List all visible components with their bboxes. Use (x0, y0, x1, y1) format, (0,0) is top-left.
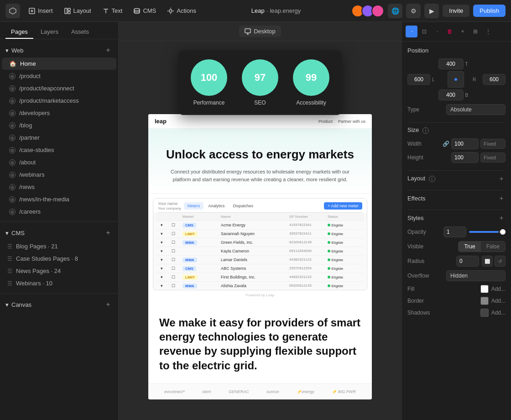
cms-item-webinars[interactable]: ☰ Webinars · 10 (0, 277, 118, 289)
tool-columns[interactable]: ⋮ (482, 26, 494, 37)
height-mode-select[interactable]: Fixed Fill Fit (480, 152, 506, 163)
tool-align-left[interactable]: ⬝ (406, 26, 417, 37)
desktop-view-button[interactable]: Desktop (239, 26, 281, 37)
web-label: ▾ Web (5, 47, 24, 54)
radius-buttons: ⬜ ↺ (482, 256, 506, 267)
tool-align-center[interactable]: ⊡ (418, 26, 430, 37)
globe-button[interactable]: 🌐 (388, 4, 402, 18)
fill-color-preview[interactable] (480, 285, 489, 293)
layout-button[interactable]: Layout (59, 5, 96, 17)
page-table: Your nameYour company Meters Analytics D… (148, 193, 372, 304)
tab-layers[interactable]: Layers (35, 26, 64, 39)
sidebar-item-partner[interactable]: ◎ /partner (2, 131, 116, 144)
layout-header[interactable]: Layout i + (407, 174, 506, 183)
tool-delete[interactable]: 🗑 (444, 26, 456, 37)
seo-circle: 97 (242, 59, 278, 96)
cms-section-header[interactable]: ▾ CMS + (0, 226, 118, 240)
position-section: Position T L (407, 47, 506, 115)
sidebar-item-careers[interactable]: ◎ /careers (2, 205, 116, 218)
border-add-button[interactable]: Add... (491, 298, 506, 304)
score-popup: 100 Performance 97 SEO 99 Accessibility (178, 50, 342, 115)
sidebar-item-leapconnect[interactable]: ◎ /product/leapconnect (2, 82, 116, 94)
web-section-header[interactable]: ▾ Web + (0, 43, 118, 58)
size-lock-icon[interactable]: 🔗 (443, 141, 449, 147)
text-button[interactable]: Text (98, 5, 127, 17)
table-row: ▾☐ LIMIT Savannah Nguyen 39537822411 Eli… (156, 230, 364, 238)
visible-false-option[interactable]: False (481, 242, 505, 252)
size-info[interactable]: i (422, 127, 429, 134)
add-cms-button[interactable]: + (104, 228, 113, 237)
canvas-viewport[interactable]: 100 Performance 97 SEO 99 Accessibility (119, 41, 402, 420)
nav-right: 🌐 ⚙ ▶ Invite Publish (351, 4, 506, 18)
visible-true-option[interactable]: True (459, 242, 480, 252)
divider-1 (407, 122, 506, 123)
effects-header[interactable]: Effects + (407, 194, 506, 202)
table-row: ▾☐ MWA Green Fields, Inc. 62320612145 El… (156, 238, 364, 247)
tool-add[interactable]: + (457, 26, 469, 37)
shadow-add-button[interactable]: Add... (491, 310, 506, 316)
cms-button[interactable]: CMS (129, 5, 161, 17)
invite-button[interactable]: Invite (443, 5, 469, 17)
radius-individual-button[interactable]: ↺ (495, 256, 506, 267)
sidebar-item-news[interactable]: ◎ /news (2, 181, 116, 193)
position-right-input[interactable] (483, 74, 506, 85)
styles-header[interactable]: Styles + (407, 214, 506, 222)
canvas-label: ▾ Canvas (5, 301, 31, 308)
position-type-select[interactable]: Absolute Static Relative Fixed Sticky (446, 104, 506, 115)
radius-input[interactable] (456, 256, 479, 267)
sidebar-tabs: Pages Layers Assets (0, 22, 118, 39)
layout-add-button[interactable]: + (497, 174, 506, 183)
sidebar-item-home[interactable]: 🏠 Home (2, 58, 116, 70)
shadow-color-preview[interactable] (480, 309, 489, 317)
position-connector (448, 71, 464, 88)
canvas-section-header[interactable]: ▾ Canvas + (0, 297, 118, 312)
sidebar-item-about[interactable]: ◎ /about (2, 156, 116, 168)
width-input[interactable] (451, 138, 479, 149)
insert-button[interactable]: Insert (24, 5, 57, 17)
effects-add-button[interactable]: + (497, 194, 506, 202)
overflow-select[interactable]: Hidden Visible Scroll Auto (446, 270, 506, 281)
radius-row: Radius ⬜ ↺ (407, 256, 506, 267)
sidebar-item-webinars[interactable]: ◎ /webinars (2, 168, 116, 181)
border-color-preview[interactable] (480, 297, 489, 305)
tool-align-right[interactable]: ⬞ (431, 26, 443, 37)
radius-corners-button[interactable]: ⬜ (482, 256, 493, 267)
opacity-input[interactable] (443, 226, 466, 237)
sidebar-item-product[interactable]: ◎ /product (2, 70, 116, 82)
width-mode-select[interactable]: Fixed Fill Fit (480, 139, 506, 149)
position-header: Position (407, 47, 506, 54)
tab-pages[interactable]: Pages (5, 26, 33, 39)
position-left-input[interactable] (407, 74, 430, 85)
publish-button[interactable]: Publish (473, 5, 506, 17)
add-web-button[interactable]: + (104, 46, 113, 55)
sidebar-item-case-studies[interactable]: ◎ /case-studies (2, 144, 116, 156)
position-top-input[interactable] (438, 58, 464, 69)
add-canvas-button[interactable]: + (104, 300, 113, 309)
performance-circle: 100 (191, 59, 227, 96)
styles-add-button[interactable]: + (497, 214, 506, 222)
logo-button[interactable] (5, 4, 20, 18)
position-bottom-input[interactable] (438, 89, 464, 100)
tool-distribute[interactable]: ⊞ (469, 26, 481, 37)
cms-item-blog[interactable]: ☰ Blog Pages · 21 (0, 240, 118, 252)
opacity-row: Opacity (407, 226, 506, 237)
actions-button[interactable]: Actions (162, 5, 201, 17)
sidebar-item-marketaccess[interactable]: ◎ /product/marketaccess (2, 94, 116, 107)
size-section: Size i Width 🔗 Fixed Fill Fit (407, 126, 506, 163)
cms-item-news[interactable]: ☰ News Pages · 24 (0, 265, 118, 277)
play-button[interactable]: ▶ (424, 4, 439, 18)
cms-label: ▾ CMS (5, 230, 25, 236)
cms-item-case-studies[interactable]: ☰ Case Studies Pages · 8 (0, 252, 118, 265)
layout-info[interactable]: i (429, 176, 435, 182)
tab-assets[interactable]: Assets (66, 26, 94, 39)
height-input[interactable] (451, 152, 479, 163)
table-row: ▾☐ Kayla Cameron 09113264030 Eligible (156, 247, 364, 256)
position-type-row: Position Type Absolute Static Relative F… (407, 104, 506, 115)
sidebar-item-developers[interactable]: ◎ /developers (2, 107, 116, 119)
sidebar-item-blog[interactable]: ◎ /blog (2, 119, 116, 131)
svg-point-7 (169, 10, 172, 12)
fill-add-button[interactable]: Add... (491, 286, 506, 292)
settings-button[interactable]: ⚙ (406, 4, 421, 18)
sidebar-item-news-media[interactable]: ◎ /news/in-the-media (2, 193, 116, 205)
opacity-slider[interactable] (469, 231, 506, 233)
